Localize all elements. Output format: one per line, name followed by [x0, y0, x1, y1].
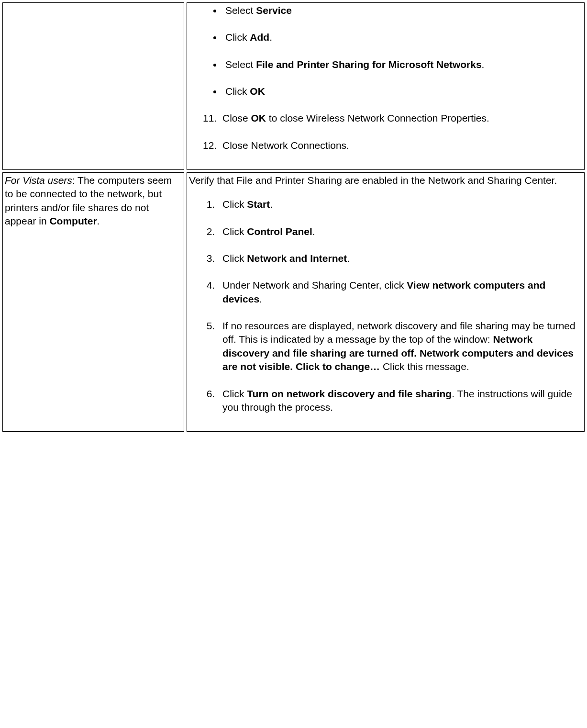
row2-left-cell: For Vista users: The computers seem to b… [2, 172, 184, 432]
list-item: Under Network and Sharing Center, click … [218, 279, 580, 306]
text: . [269, 32, 272, 43]
bold-text: Computer [49, 215, 97, 226]
text: . [97, 215, 100, 226]
row2-intro: Verify that File and Printer Sharing are… [189, 174, 580, 187]
list-item: Click Add. [222, 31, 580, 44]
bold-text: Service [256, 5, 292, 16]
text: Click [222, 226, 247, 237]
row2-left-text: For Vista users: The computers seem to b… [5, 175, 172, 226]
list-item: Select File and Printer Sharing for Micr… [222, 58, 580, 71]
list-item: Close OK to close Wireless Network Conne… [220, 112, 580, 125]
text: . [347, 253, 350, 264]
text: Close Network Connections. [222, 140, 349, 151]
text: Click [225, 32, 250, 43]
bold-text: Add [250, 32, 269, 43]
bold-text: Start [247, 199, 270, 210]
text: Click this message. [380, 361, 469, 372]
text: to close Wireless Network Connection Pro… [266, 112, 489, 123]
list-item: Click Start. [218, 198, 580, 211]
list-item: Click OK [222, 85, 580, 98]
list-item: Click Network and Internet. [218, 252, 580, 265]
row1-right-cell: Select Service Click Add. Select File an… [187, 2, 585, 170]
text: . [270, 199, 273, 210]
list-item: Click Turn on network discovery and file… [218, 387, 580, 414]
table-row: Select Service Click Add. Select File an… [2, 2, 585, 170]
bold-text: Turn on network discovery and file shari… [247, 388, 452, 399]
troubleshoot-table: Select Service Click Add. Select File an… [0, 0, 587, 434]
list-item: Select Service [222, 4, 580, 17]
text: . [259, 293, 262, 304]
row1-bullets: Select Service Click Add. Select File an… [189, 4, 580, 98]
bold-text: OK [250, 86, 265, 97]
list-item: If no resources are displayed, network d… [218, 319, 580, 373]
text: Close [222, 112, 251, 123]
text: Select [225, 59, 256, 70]
text: Click [222, 388, 247, 399]
table-row: For Vista users: The computers seem to b… [2, 172, 585, 432]
list-item: Close Network Connections. [220, 139, 580, 152]
row2-right-cell: Verify that File and Printer Sharing are… [187, 172, 585, 432]
bold-text: File and Printer Sharing for Microsoft N… [256, 59, 481, 70]
row1-left-content [3, 3, 184, 5]
bold-text: OK [251, 112, 266, 123]
bold-text: Network and Internet [247, 253, 347, 264]
bold-text: Control Panel [247, 226, 312, 237]
italic-text: For Vista users [5, 175, 72, 186]
text: Click [225, 86, 250, 97]
text: . [482, 59, 485, 70]
text: . [312, 226, 315, 237]
text: Click [222, 253, 247, 264]
text: Select [225, 5, 256, 16]
row1-left-cell [2, 2, 184, 170]
row1-steps: Close OK to close Wireless Network Conne… [189, 112, 580, 152]
row2-steps: Click Start. Click Control Panel. Click … [189, 198, 580, 414]
text: Under Network and Sharing Center, click [222, 280, 407, 291]
list-item: Click Control Panel. [218, 225, 580, 238]
text: Click [222, 199, 247, 210]
